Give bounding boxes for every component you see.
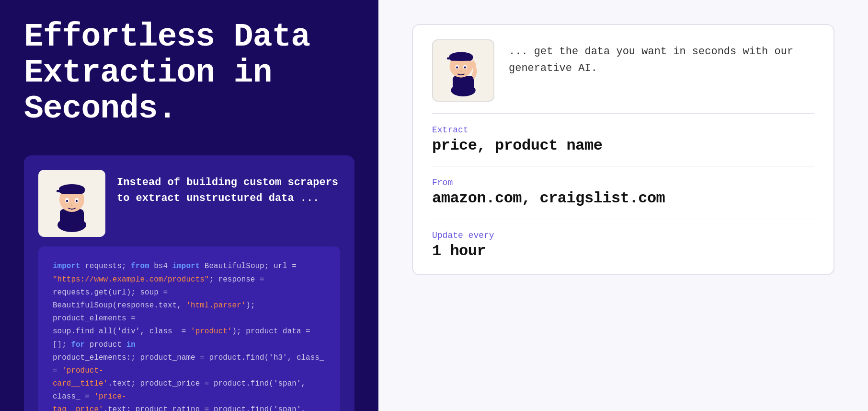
svg-rect-4 [59, 187, 85, 194]
avatar-left [38, 170, 105, 237]
divider-2 [432, 219, 814, 219]
svg-rect-5 [57, 190, 61, 192]
right-card: ... get the data you want in seconds wit… [412, 24, 834, 275]
svg-rect-13 [472, 60, 474, 66]
svg-point-21 [464, 66, 466, 69]
svg-point-20 [456, 66, 458, 69]
from-label: From [432, 178, 814, 188]
code-block: import requests; from bs4 import Beautif… [38, 247, 340, 411]
extract-label: Extract [432, 125, 814, 135]
left-card-description: Instead of building custom scrapers to e… [117, 170, 338, 206]
update-label: Update every [432, 231, 814, 240]
update-value: 1 hour [432, 242, 814, 260]
field-group-extract: Extract price, product name [432, 125, 814, 154]
extract-value: price, product name [432, 137, 814, 154]
svg-rect-17 [447, 58, 451, 60]
right-card-header: ... get the data you want in seconds wit… [432, 39, 814, 114]
svg-rect-11 [453, 76, 474, 91]
main-title: Effortless Data Extraction in Seconds. [24, 19, 354, 127]
avatar-right [432, 39, 494, 102]
left-card: Instead of building custom scrapers to e… [24, 155, 354, 411]
right-panel: ... get the data you want in seconds wit… [378, 0, 868, 411]
right-card-description: ... get the data you want in seconds wit… [509, 39, 793, 77]
from-value: amazon.com, craigslist.com [432, 189, 814, 207]
svg-point-9 [76, 200, 78, 202]
svg-rect-16 [449, 55, 473, 61]
divider-1 [432, 166, 814, 166]
field-group-from: From amazon.com, craigslist.com [432, 178, 814, 207]
left-card-header: Instead of building custom scrapers to e… [38, 170, 340, 237]
svg-point-8 [66, 200, 68, 202]
field-group-update: Update every 1 hour [432, 231, 814, 260]
left-panel: Effortless Data Extraction in Seconds. [0, 0, 378, 411]
right-card-fields: Extract price, product name From amazon.… [432, 125, 814, 260]
